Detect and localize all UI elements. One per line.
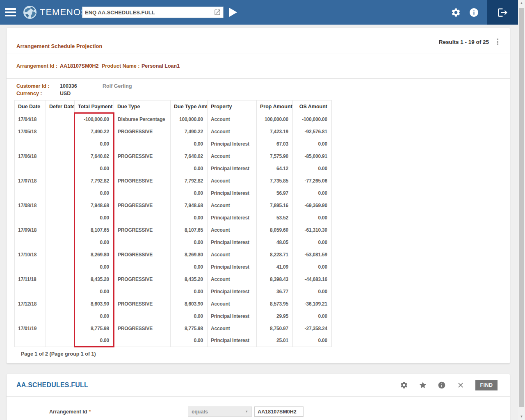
signoff-zone[interactable] bbox=[487, 0, 518, 25]
arrangement-id-input[interactable] bbox=[254, 406, 304, 417]
launch-icon[interactable] bbox=[214, 9, 221, 16]
settings-icon[interactable] bbox=[451, 7, 461, 18]
table-cell: 8,775.98 bbox=[171, 322, 208, 335]
schedule-table-body: 17/04/18-100,000.00Disburse Percentage10… bbox=[15, 113, 332, 347]
find-button[interactable]: FIND bbox=[475, 380, 498, 390]
table-cell: Account bbox=[208, 199, 257, 212]
table-cell bbox=[114, 236, 171, 249]
vertical-scrollbar[interactable]: ▲ ▼ bbox=[518, 0, 525, 420]
table-cell: 0.00 bbox=[75, 187, 114, 199]
menu-icon[interactable] bbox=[5, 7, 16, 18]
table-cell: 25.01 bbox=[257, 335, 293, 347]
table-cell: 36.77 bbox=[257, 285, 293, 298]
table-cell: 0.00 bbox=[293, 187, 332, 199]
table-cell: 17/09/18 bbox=[15, 224, 46, 236]
table-cell: 100,000.00 bbox=[257, 113, 293, 126]
table-row: 0.000.00Principal Interest53.520.00 bbox=[15, 212, 332, 224]
table-cell bbox=[46, 310, 75, 322]
table-cell: 41.09 bbox=[257, 261, 293, 273]
favorite-star-icon[interactable] bbox=[419, 381, 427, 389]
table-cell: -85,000.91 bbox=[293, 150, 332, 162]
table-cell: PROGRESSIVE bbox=[114, 298, 171, 310]
table-cell: 0.00 bbox=[171, 310, 208, 322]
enquiry-title: AA.SCHEDULES.FULL bbox=[16, 381, 88, 389]
brand-name: TEMENOS bbox=[40, 7, 87, 18]
table-cell: 17/11/18 bbox=[15, 273, 46, 285]
table-row: 17/01/198,775.98PROGRESSIVE8,775.98Accou… bbox=[15, 322, 332, 335]
signoff-icon[interactable] bbox=[497, 7, 508, 18]
table-cell bbox=[15, 212, 46, 224]
table-cell: 0.00 bbox=[171, 335, 208, 347]
table-cell: Account bbox=[208, 224, 257, 236]
table-cell: 0.00 bbox=[171, 162, 208, 175]
run-command-button[interactable] bbox=[229, 8, 237, 17]
table-cell: 0.00 bbox=[293, 212, 332, 224]
table-cell: PROGRESSIVE bbox=[114, 150, 171, 162]
command-input[interactable] bbox=[82, 9, 214, 16]
enquiry-settings-icon[interactable] bbox=[400, 381, 408, 389]
info-icon[interactable] bbox=[469, 7, 479, 18]
table-cell: 8,435.20 bbox=[171, 273, 208, 285]
table-cell: 48.05 bbox=[257, 236, 293, 249]
arrangement-id-field-label: Arrangement Id bbox=[49, 409, 87, 415]
table-cell: Account bbox=[208, 249, 257, 261]
table-cell: 7,640.02 bbox=[75, 150, 114, 162]
table-cell: Principal Interest bbox=[208, 138, 257, 150]
table-row: 17/04/18-100,000.00Disburse Percentage10… bbox=[15, 113, 332, 126]
table-cell: Principal Interest bbox=[208, 212, 257, 224]
table-cell bbox=[114, 261, 171, 273]
table-cell: 17/04/18 bbox=[15, 113, 46, 126]
product-name-label: Product Name : bbox=[102, 63, 142, 69]
column-header: Due Date bbox=[15, 100, 46, 113]
table-cell: Principal Interest bbox=[208, 310, 257, 322]
schedule-table: Due DateDefer DateTotal PaymentDue TypeD… bbox=[14, 100, 332, 347]
column-header: Due Type bbox=[114, 100, 171, 113]
table-cell: 0.00 bbox=[171, 285, 208, 298]
kebab-menu-icon[interactable] bbox=[496, 38, 499, 46]
table-cell bbox=[46, 236, 75, 249]
table-row: 0.000.00Principal Interest48.050.00 bbox=[15, 236, 332, 249]
table-cell bbox=[46, 187, 75, 199]
table-cell: 0.00 bbox=[171, 138, 208, 150]
table-cell: 8,750.97 bbox=[257, 322, 293, 335]
scrollbar-thumb[interactable] bbox=[519, 8, 524, 407]
table-cell bbox=[15, 310, 46, 322]
table-cell: -27,358.24 bbox=[293, 322, 332, 335]
table-row: 17/06/187,640.02PROGRESSIVE7,640.02Accou… bbox=[15, 150, 332, 162]
scroll-down-icon[interactable]: ▼ bbox=[518, 413, 525, 420]
column-header: Defer Date bbox=[46, 100, 75, 113]
table-row: 17/08/187,948.68PROGRESSIVE7,948.68Accou… bbox=[15, 199, 332, 212]
customer-id-label: Customer Id : bbox=[16, 83, 60, 89]
table-cell: 0.00 bbox=[293, 261, 332, 273]
chevron-down-icon: ▼ bbox=[245, 410, 248, 413]
table-cell: 0.00 bbox=[75, 285, 114, 298]
table-cell: 17/01/19 bbox=[15, 322, 46, 335]
table-cell bbox=[46, 175, 75, 187]
table-cell: PROGRESSIVE bbox=[114, 322, 171, 335]
table-cell: 8,228.71 bbox=[257, 249, 293, 261]
table-cell bbox=[46, 212, 75, 224]
close-icon[interactable] bbox=[457, 381, 465, 389]
table-cell: -69,369.90 bbox=[293, 199, 332, 212]
table-cell: PROGRESSIVE bbox=[114, 126, 171, 138]
table-cell: 0.00 bbox=[171, 212, 208, 224]
enquiry-info-icon[interactable] bbox=[438, 381, 446, 389]
table-cell bbox=[46, 224, 75, 236]
table-row: 0.000.00Principal Interest67.030.00 bbox=[15, 138, 332, 150]
table-cell: 7,948.68 bbox=[171, 199, 208, 212]
table-row: 17/11/188,435.20PROGRESSIVE8,435.20Accou… bbox=[15, 273, 332, 285]
table-cell: 8,059.60 bbox=[257, 224, 293, 236]
table-cell: 8,398.43 bbox=[257, 273, 293, 285]
table-cell bbox=[114, 138, 171, 150]
table-row: 17/10/188,269.80PROGRESSIVE8,269.80Accou… bbox=[15, 249, 332, 261]
table-cell bbox=[15, 138, 46, 150]
table-cell bbox=[15, 285, 46, 298]
table-cell bbox=[46, 249, 75, 261]
table-cell bbox=[46, 298, 75, 310]
table-cell bbox=[15, 261, 46, 273]
scroll-up-icon[interactable]: ▲ bbox=[518, 0, 525, 7]
results-panel: Arrangement Schedule Projection Results … bbox=[7, 28, 510, 363]
currency-value: USD bbox=[60, 91, 71, 96]
column-header: Prop Amount bbox=[257, 100, 293, 113]
operator-select[interactable]: equals ▼ bbox=[188, 406, 252, 417]
